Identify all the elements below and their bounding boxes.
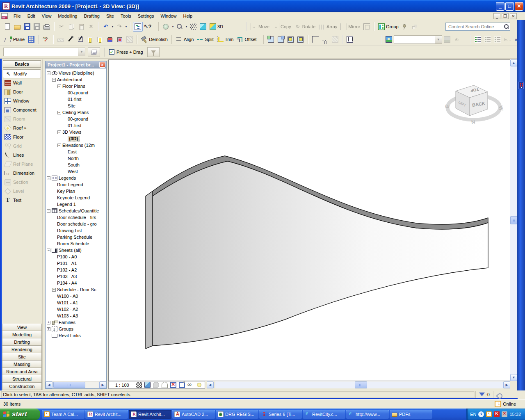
tree-item-label[interactable]: Architectural xyxy=(57,77,82,82)
search-input[interactable] xyxy=(447,24,504,30)
tree-item-label[interactable]: Legend 1 xyxy=(57,202,76,207)
close-button[interactable]: ✕ xyxy=(515,2,523,11)
tree-item-label[interactable]: Sheets (all) xyxy=(59,248,82,253)
tree-expander[interactable] xyxy=(52,288,56,292)
tree-item-label[interactable]: Door schedule - firs xyxy=(57,215,96,220)
tree-item[interactable]: P101 - A1 xyxy=(47,260,106,267)
minimize-button[interactable]: _ xyxy=(496,2,504,11)
tree-item-label[interactable]: Legends xyxy=(59,176,76,180)
match-type-button[interactable] xyxy=(66,34,75,44)
context-help-button[interactable]: ↖? xyxy=(143,22,153,32)
tree-item[interactable]: 3D Views xyxy=(47,129,106,135)
design-bar-tab[interactable]: Room and Area xyxy=(2,368,42,375)
menu-file[interactable]: File xyxy=(10,13,24,19)
tree-item-label[interactable]: Door schedule - gro xyxy=(57,221,97,226)
camera-view-button[interactable]: 3D xyxy=(208,22,225,32)
design-bar-item[interactable]: Wall xyxy=(2,78,42,87)
work-grid-button[interactable] xyxy=(26,34,36,44)
tree-item[interactable]: Room Schedule xyxy=(47,240,106,247)
tree-expander[interactable] xyxy=(47,249,50,252)
document-icon[interactable] xyxy=(1,13,8,19)
collapse-left-arrow[interactable]: ◀ xyxy=(207,381,214,388)
tree-item[interactable]: W102 - A2 xyxy=(47,306,106,313)
design-bar-item[interactable]: Text xyxy=(2,196,42,205)
dynamically-modify-view-button[interactable] xyxy=(161,22,171,32)
vertical-scrollbar[interactable]: ▲ ▼ xyxy=(510,59,517,381)
tree-expander[interactable] xyxy=(47,176,50,180)
tree-item-label[interactable]: Drawing List xyxy=(57,228,82,233)
tray-error-icon[interactable] xyxy=(502,411,507,417)
wall-join-4-button[interactable] xyxy=(296,34,306,44)
new-button[interactable] xyxy=(2,22,12,32)
zoom-dropdown[interactable]: ▼ xyxy=(185,23,188,30)
tree-item-label[interactable]: W100 - A0 xyxy=(57,294,78,299)
tree-item[interactable]: Door schedule - firs xyxy=(47,214,106,221)
tree-item-label[interactable]: 01-first xyxy=(68,123,82,128)
shadows-icon[interactable] xyxy=(153,382,159,388)
crop-region-icon[interactable] xyxy=(170,382,176,388)
tree-item[interactable]: Parking Schedule xyxy=(47,234,106,240)
tree-item[interactable]: Revit Links xyxy=(47,332,106,339)
menu-modelling[interactable]: Modelling xyxy=(55,13,80,19)
visibility-list-button[interactable] xyxy=(473,34,483,44)
design-bar-tab[interactable]: Drafting xyxy=(2,338,42,346)
horizontal-scrollbar-thumb[interactable] xyxy=(355,381,367,388)
tree-item-label[interactable]: Views (Discipline) xyxy=(59,71,94,75)
menu-drafting[interactable]: Drafting xyxy=(80,13,103,19)
design-bar-tab[interactable]: View xyxy=(2,324,42,331)
child-restore-button[interactable]: ❐ xyxy=(502,13,509,19)
tree-item[interactable]: W100 - A0 xyxy=(47,293,106,299)
menu-edit[interactable]: Edit xyxy=(24,13,39,19)
tree-item[interactable]: Schedule - Door Sc xyxy=(47,286,106,293)
tree-item[interactable]: W101 - A1 xyxy=(47,299,106,306)
tree-item-label[interactable]: Schedules/Quantitie xyxy=(59,208,99,213)
tree-item[interactable]: Legend 1 xyxy=(47,201,106,208)
project-browser-close-button[interactable]: × xyxy=(99,62,105,68)
open-button[interactable] xyxy=(12,22,22,32)
design-bar-tab[interactable]: Construction xyxy=(2,383,42,390)
tree-item-label[interactable]: P104 - A4 xyxy=(57,281,77,285)
paint-bucket-button[interactable] xyxy=(105,34,115,44)
tree-item[interactable]: West xyxy=(47,168,106,175)
undo-button[interactable]: ↶ xyxy=(101,22,111,32)
tree-item-label[interactable]: Revit Links xyxy=(59,333,81,338)
print-button[interactable] xyxy=(42,22,52,32)
tree-expander[interactable] xyxy=(47,327,50,331)
maximize-button[interactable]: □ xyxy=(505,2,514,11)
start-button[interactable]: start xyxy=(0,409,40,420)
demolish-button[interactable]: Demolish xyxy=(139,34,169,44)
tree-item-label[interactable]: W103 - A3 xyxy=(57,313,78,318)
tray-collapse-chevron-icon[interactable] xyxy=(478,411,484,417)
project-browser-scrollbar[interactable]: ◀ ▶ xyxy=(46,381,106,388)
press-drag-checkbox[interactable]: ✓ xyxy=(109,49,114,55)
child-minimize-button[interactable]: _ xyxy=(493,13,500,19)
sun-study-icon[interactable] xyxy=(162,382,168,388)
tree-item[interactable]: East xyxy=(47,148,106,155)
tree-item[interactable]: P103 - A3 xyxy=(47,273,106,280)
tree-item[interactable]: 00-ground xyxy=(47,116,106,122)
spelling-button[interactable] xyxy=(41,34,51,44)
model-graphics-style-icon[interactable] xyxy=(144,382,151,388)
tree-item-label[interactable]: Groups xyxy=(59,326,73,331)
tree-item-label[interactable]: Floor Plans xyxy=(62,84,85,89)
design-bar-item[interactable]: Modify xyxy=(3,69,41,78)
wall-join-2-button[interactable] xyxy=(276,34,286,44)
tree-item[interactable]: P104 - A4 xyxy=(47,280,106,286)
menu-tools[interactable]: Tools xyxy=(117,13,135,19)
design-bar-item[interactable]: Component xyxy=(2,105,42,114)
taskbar-task[interactable]: RevitCity.c... xyxy=(303,410,345,419)
design-bar-item[interactable]: Lines xyxy=(2,151,42,160)
tree-item[interactable]: Legends xyxy=(47,175,106,181)
crop-visibility-icon[interactable] xyxy=(179,382,185,388)
tree-item[interactable]: Sheets (all) xyxy=(47,247,106,253)
view-scale[interactable]: 1 : 100 xyxy=(111,383,133,388)
tree-item[interactable]: P102 - A2 xyxy=(47,267,106,273)
save-button[interactable] xyxy=(22,22,32,32)
project-browser-toggle[interactable] xyxy=(133,22,143,32)
scroll-up-arrow[interactable]: ▲ xyxy=(510,59,517,66)
tree-item[interactable]: P100 - A0 xyxy=(47,253,106,260)
trim-button[interactable]: Trim xyxy=(215,34,235,44)
tree-item-label[interactable]: Room Schedule xyxy=(57,241,89,246)
design-bar-item[interactable]: Level xyxy=(2,187,42,196)
edit-wall-joins-button[interactable] xyxy=(310,34,320,44)
